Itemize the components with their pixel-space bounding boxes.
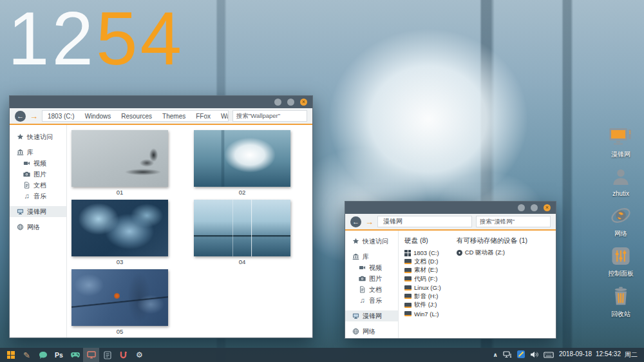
drive-label: Win7 (L:) xyxy=(414,310,439,318)
minimize-button[interactable] xyxy=(518,204,525,211)
drive-item[interactable]: Win7 (L:) xyxy=(404,310,441,319)
breadcrumb-item[interactable]: Themes xyxy=(157,113,191,120)
drive-item[interactable]: 影音 (H:) xyxy=(404,292,441,301)
sidebar-item-music[interactable]: ♫ 音乐 xyxy=(345,295,398,306)
wallpaper-thumbnail-04[interactable] xyxy=(194,200,290,256)
sidebar-item-this-pc[interactable]: 漫锋网 xyxy=(10,206,66,217)
clock-hours: 12 xyxy=(8,0,96,81)
hard-drive-icon xyxy=(404,285,412,291)
drive-label: 素材 (E:) xyxy=(414,266,438,274)
window2-titlebar[interactable]: × xyxy=(345,202,556,214)
computer-monitor-icon xyxy=(609,128,633,149)
desktop-icon-user[interactable]: zhutix xyxy=(601,167,641,197)
file-explorer-taskbar-icon[interactable] xyxy=(83,348,99,362)
sidebar-item-music[interactable]: ♫ 音乐 xyxy=(10,191,66,202)
breadcrumb-item[interactable]: 漫锋网 xyxy=(378,217,408,226)
desktop-icon-label: 回收站 xyxy=(611,310,630,319)
drive-label: 代码 (F:) xyxy=(414,275,437,283)
file-item[interactable]: 02 xyxy=(194,130,290,196)
sidebar-item-quick-access[interactable]: 快速访问 xyxy=(10,131,66,142)
desktop-icon-control-panel[interactable]: 控制面板 xyxy=(601,247,641,278)
tray-chevron-up-icon[interactable]: ∧ xyxy=(493,352,498,358)
sidebar-item-label: 文档 xyxy=(33,181,46,190)
drive-item[interactable]: 软件 (J:) xyxy=(404,301,441,310)
search-input[interactable] xyxy=(476,216,551,227)
breadcrumb[interactable]: 漫锋网 xyxy=(377,216,472,227)
tray-day: 周二 xyxy=(625,350,638,359)
sidebar-item-videos[interactable]: 视频 xyxy=(345,262,398,273)
breadcrumb-item[interactable]: Wallpaper xyxy=(216,113,229,120)
window1-titlebar[interactable]: × xyxy=(10,96,312,108)
forward-button[interactable]: → xyxy=(365,217,374,227)
sidebar-item-videos[interactable]: 视频 xyxy=(10,158,66,169)
close-button[interactable]: × xyxy=(544,204,551,211)
chat-app-icon[interactable] xyxy=(35,348,51,362)
photoshop-icon[interactable]: Ps xyxy=(51,348,67,362)
sidebar-item-label: 视频 xyxy=(369,263,382,272)
drive-item[interactable]: 1803 (C:) xyxy=(404,249,441,258)
sidebar-item-pictures[interactable]: 图片 xyxy=(345,273,398,284)
wallpaper-thumbnail-05[interactable] xyxy=(71,269,168,326)
maximize-button[interactable] xyxy=(531,204,538,211)
breadcrumb-item[interactable]: 1803 (C:) xyxy=(43,113,80,120)
hard-drive-icon xyxy=(404,276,412,281)
volume-icon[interactable] xyxy=(530,349,538,361)
desktop-icon-label: 控制面板 xyxy=(608,269,634,278)
sidebar-item-label: 音乐 xyxy=(369,296,382,305)
drive-label: CD 驱动器 (Z:) xyxy=(465,249,505,257)
breadcrumb-item[interactable]: FFox xyxy=(191,113,216,120)
sidebar-item-quick-access[interactable]: 快速访问 xyxy=(345,236,398,247)
sidebar-item-label: 库 xyxy=(27,148,33,157)
keyboard-icon[interactable] xyxy=(544,349,554,361)
document-icon xyxy=(359,286,366,293)
wallpaper-thumbnail-02[interactable] xyxy=(194,130,290,187)
sidebar-item-library[interactable]: 库 xyxy=(10,147,66,158)
sidebar-item-library[interactable]: 库 xyxy=(345,251,398,262)
file-label: 02 xyxy=(194,189,290,196)
sidebar-item-documents[interactable]: 文档 xyxy=(10,180,66,191)
sidebar-item-this-pc[interactable]: 漫锋网 xyxy=(345,310,398,321)
sidebar-item-network[interactable]: 网络 xyxy=(10,222,66,233)
close-button[interactable]: × xyxy=(300,99,307,106)
browser-u-icon[interactable] xyxy=(115,348,131,362)
sidebar-item-network[interactable]: 网络 xyxy=(345,326,398,337)
paint-pencil-icon[interactable]: ✎ xyxy=(19,348,35,362)
sidebar-item-documents[interactable]: 文档 xyxy=(345,284,398,295)
file-item[interactable]: 04 xyxy=(194,200,290,265)
desktop-icon-recycle-bin[interactable]: 回收站 xyxy=(601,287,641,319)
start-button[interactable] xyxy=(3,348,19,362)
search-input[interactable] xyxy=(232,110,307,122)
maximize-button[interactable] xyxy=(287,99,294,106)
minimize-button[interactable] xyxy=(274,99,281,106)
game-controller-icon[interactable] xyxy=(67,348,83,362)
drive-item[interactable]: 素材 (E:) xyxy=(404,266,441,275)
desktop-icon-this-pc[interactable]: 漫锋网 xyxy=(601,128,641,159)
network-status-icon[interactable] xyxy=(503,349,512,361)
desktop-icon-label: zhutix xyxy=(612,190,629,197)
desktop-icon-label: 漫锋网 xyxy=(611,150,630,159)
back-button[interactable]: ← xyxy=(15,111,26,122)
drive-label: 文档 (D:) xyxy=(414,258,438,266)
desktop-icon-network[interactable]: 网络 xyxy=(601,205,641,238)
drive-item[interactable]: 文档 (D:) xyxy=(404,258,441,267)
back-button[interactable]: ← xyxy=(350,216,361,227)
file-item[interactable]: 03 xyxy=(71,200,168,265)
forward-button[interactable]: → xyxy=(30,111,38,121)
breadcrumb-item[interactable]: Windows xyxy=(80,113,117,120)
settings-gear-icon[interactable]: ⚙ xyxy=(131,348,147,362)
wallpaper-thumbnail-01[interactable] xyxy=(71,130,168,187)
file-item[interactable]: 01 xyxy=(71,130,168,196)
notes-app-icon[interactable] xyxy=(99,348,115,362)
sidebar-item-pictures[interactable]: 图片 xyxy=(10,169,66,180)
file-item[interactable]: 05 xyxy=(71,269,168,335)
video-camera-icon xyxy=(359,264,366,271)
wallpaper-thumbnail-03[interactable] xyxy=(71,200,168,256)
drive-item[interactable]: CD 驱动器 (Z:) xyxy=(457,249,527,258)
drive-item[interactable]: Linux (G:) xyxy=(404,283,441,292)
breadcrumb[interactable]: 1803 (C:) Windows Resources Themes FFox … xyxy=(42,110,229,122)
breadcrumb-item[interactable]: Resources xyxy=(116,113,157,120)
tray-clock[interactable]: 2018-09-18 12:54:32 周二 xyxy=(559,350,638,359)
drive-item[interactable]: 代码 (F:) xyxy=(404,275,441,284)
tray-app-icon[interactable] xyxy=(517,349,525,361)
globe-icon xyxy=(17,224,24,231)
